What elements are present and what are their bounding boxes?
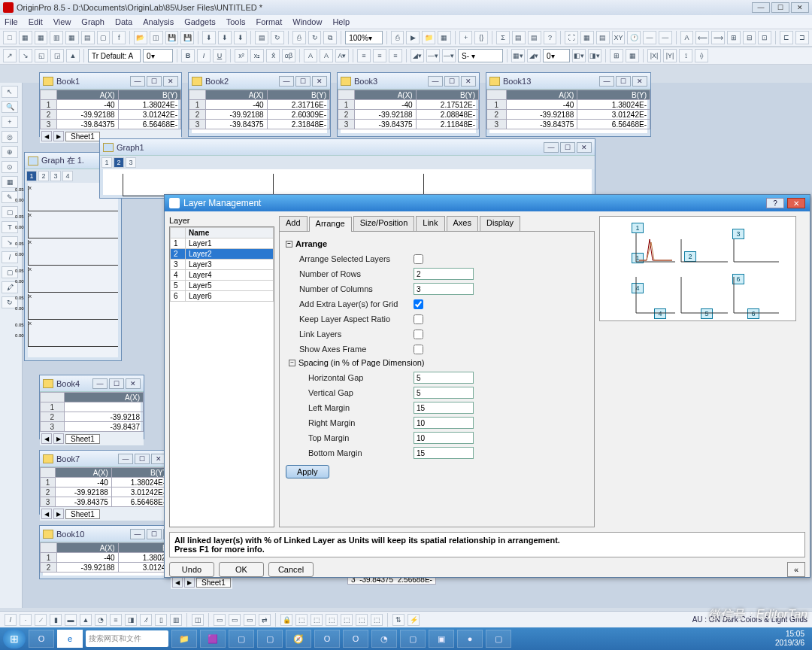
arrange-selected-checkbox[interactable] [414, 254, 423, 264]
template-icon[interactable]: ◫ [192, 614, 204, 626]
minimize-button[interactable]: — [752, 2, 770, 13]
link-plot-icon[interactable]: ⬚ [295, 614, 308, 626]
add-column-icon[interactable]: + [459, 31, 473, 44]
superscript-icon[interactable]: x² [235, 49, 248, 62]
save-template-icon[interactable]: 💾 [180, 31, 194, 44]
cols-input[interactable] [414, 283, 474, 295]
add-inset-icon[interactable]: ⬚ [356, 614, 368, 626]
line-width-combo[interactable]: S- ▾ [458, 49, 503, 62]
lmargin-input[interactable] [414, 402, 474, 414]
menu-data[interactable]: Data [115, 17, 132, 26]
tab-axes[interactable]: Axes [447, 216, 478, 231]
tab-link[interactable]: Link [416, 216, 444, 231]
collapse-preview-button[interactable]: « [787, 562, 805, 577]
mask-x-icon[interactable]: |X| [647, 49, 661, 62]
copy-format-icon[interactable]: ◧▾ [572, 49, 586, 62]
menu-tools[interactable]: Tools [226, 17, 246, 26]
backward-icon[interactable]: ↘ [19, 49, 32, 62]
close-button[interactable]: ✕ [787, 198, 805, 208]
refresh-icon[interactable]: ↻ [308, 31, 322, 44]
column-plot-icon[interactable]: ▮ [50, 614, 62, 626]
unmask-icon[interactable]: ⟟ [679, 49, 692, 62]
import-multiple-icon[interactable]: ⬇ [234, 31, 247, 44]
supersub-icon[interactable]: x̂ [266, 49, 280, 62]
object-edit2-icon[interactable]: ▦ [626, 49, 639, 62]
line-symbol-icon[interactable]: ⟋ [35, 614, 47, 626]
font-size-combo[interactable]: 0 ▾ [143, 49, 173, 62]
new-function-icon[interactable]: f [112, 31, 126, 44]
pinned-app-icon[interactable]: ▢ [257, 630, 283, 648]
aspect-checkbox[interactable] [414, 314, 423, 324]
recalculate-icon[interactable]: ↻ [271, 31, 284, 44]
new-workbook-icon[interactable]: ▦ [19, 31, 32, 44]
menu-format[interactable]: Format [256, 17, 282, 26]
send-graph-icon[interactable]: ▦ [438, 31, 451, 44]
new-link-icon[interactable]: — [643, 31, 656, 44]
pinned-app-icon[interactable]: ▣ [429, 630, 454, 648]
fit-icon[interactable]: ⬚ [311, 614, 323, 626]
pinned-app-icon[interactable]: ◔ [371, 630, 397, 648]
merge-layer-icon[interactable]: ⬚ [326, 614, 338, 626]
line-style-icon[interactable]: —▾ [442, 49, 456, 62]
start-button[interactable]: ⊞ [3, 629, 26, 648]
merge-icon[interactable]: ⊡ [758, 31, 771, 44]
data-selector-icon[interactable]: ⊙ [2, 161, 18, 173]
pinned-app-icon[interactable]: 🧭 [286, 630, 311, 648]
menu-view[interactable]: View [53, 17, 71, 26]
menu-gadgets[interactable]: Gadgets [184, 17, 216, 26]
workbook-book10[interactable]: Book10—☐✕ A(X)B(Y)1-401.38024E-2-39.9218… [39, 525, 182, 579]
pinned-app-icon[interactable]: O [343, 630, 368, 648]
data-reader-icon[interactable]: ⊕ [2, 146, 18, 158]
apply-button[interactable]: Apply [286, 465, 329, 478]
bar-plot-icon[interactable]: ▬ [65, 614, 77, 626]
mask-show-icon[interactable]: ▭ [244, 614, 256, 626]
align-text-right-icon[interactable]: ≡ [389, 49, 402, 62]
italic-icon[interactable]: I [197, 49, 211, 62]
underline-icon[interactable]: U [213, 49, 226, 62]
workbook-book3[interactable]: Book3—☐✕ A(X)B(Y)1-402.17512E-2-39.92188… [337, 72, 480, 137]
align-left-icon[interactable]: ⊏ [780, 31, 793, 44]
print-icon[interactable]: ⎙ [292, 31, 306, 44]
max-icon[interactable]: ☐ [147, 76, 162, 87]
link-layers-checkbox[interactable] [414, 330, 423, 339]
workbook-book13[interactable]: Book13—☐✕ A(X)B(Y)1-401.38024E-2-39.9218… [486, 72, 651, 137]
quick-help-icon[interactable]: ? [544, 31, 557, 44]
project-name-icon[interactable]: — [659, 31, 672, 44]
rows-input[interactable] [414, 268, 474, 280]
scale-left-icon[interactable]: ⟵ [695, 31, 709, 44]
bmargin-input[interactable] [414, 447, 474, 459]
lock-icon[interactable]: 🔒 [280, 614, 292, 626]
import-wizard-icon[interactable]: ⬇ [202, 31, 216, 44]
collapse-icon[interactable]: − [289, 360, 295, 366]
mask-range-icon[interactable]: ▭ [214, 614, 226, 626]
new-graph-icon[interactable]: ▥ [50, 31, 63, 44]
extra-layer-checkbox[interactable] [414, 299, 423, 309]
open-folder-icon[interactable]: 📁 [422, 31, 435, 44]
speedmode-icon[interactable]: ⚡ [408, 614, 420, 626]
statistics-icon[interactable]: Σ [496, 31, 510, 44]
maximize-button[interactable]: ☐ [771, 2, 789, 13]
vgap-input[interactable] [414, 387, 474, 399]
pinned-app-icon[interactable]: ▢ [486, 630, 511, 648]
pinned-app-icon[interactable]: ▢ [400, 630, 426, 648]
forward-icon[interactable]: ↗ [3, 49, 17, 62]
screen-reader-icon[interactable]: ◎ [2, 131, 18, 143]
layer-list[interactable]: Name1Layer12Layer23Layer34Layer45Layer56… [169, 226, 274, 527]
3d-plot-icon[interactable]: ◨ [125, 614, 137, 626]
menu-window[interactable]: Window [292, 17, 322, 26]
zoom-tool-icon[interactable]: 🔍 [2, 101, 18, 113]
project-explorer-icon[interactable]: ▤ [512, 31, 526, 44]
axes-frame-checkbox[interactable] [414, 345, 423, 354]
pointer-tool-icon[interactable]: ↖ [2, 86, 18, 98]
system-tray[interactable]: 15:05 2019/3/6 [775, 630, 809, 648]
object-edit1-icon[interactable]: ⊞ [610, 49, 623, 62]
code-builder-icon[interactable]: {} [474, 31, 488, 44]
ie-icon[interactable]: e [57, 630, 83, 648]
close-button[interactable]: ✕ [791, 2, 809, 13]
group-icon[interactable]: ▲ [66, 49, 80, 62]
rmargin-input[interactable] [414, 417, 474, 429]
tab-add[interactable]: Add [279, 216, 308, 231]
open-icon[interactable]: 📂 [134, 31, 147, 44]
mask-y-icon[interactable]: |Y| [663, 49, 677, 62]
box-chart-icon[interactable]: ▯ [155, 614, 167, 626]
